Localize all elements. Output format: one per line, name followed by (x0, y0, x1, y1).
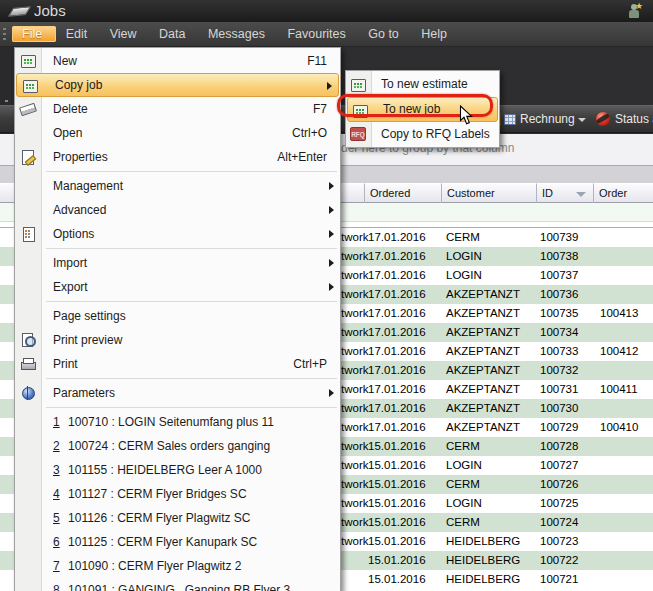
status-change-label: Status änd (615, 112, 653, 126)
submenu-arrow-icon (329, 206, 334, 214)
column-header-customer-keyword[interactable]: Customer keyword (442, 183, 537, 203)
menu-item[interactable]: 6 101125 : CERM Flyer Kanupark SC (15, 530, 340, 554)
menu-item[interactable]: New F11 (15, 49, 340, 73)
menu-item-label: Import (53, 256, 87, 270)
cell-customer-keyword: CERM (446, 228, 480, 247)
column-header-order-customer[interactable]: Order custo (594, 183, 653, 203)
recent-item-number: 8 (53, 583, 60, 591)
submenu-item-label: Copy to RFQ Labels (381, 127, 490, 141)
menu-item[interactable]: Export (15, 275, 340, 299)
menubar-item[interactable]: Edit (57, 27, 100, 41)
rechnung-button[interactable]: Rechnung (504, 106, 575, 132)
cell-id: 100739 (540, 228, 578, 247)
menubar-item-label: File (22, 27, 42, 41)
menubar-item[interactable]: Go to (359, 27, 411, 41)
menu-item[interactable]: 3 101155 : HEIDELBERG Leer A 1000 (15, 458, 340, 482)
cell-status: twork (341, 228, 368, 247)
menu-item[interactable]: Advanced (15, 198, 340, 222)
menubar-item[interactable]: Data (150, 27, 198, 41)
cell-customer-keyword: HEIDELBERG (446, 570, 520, 589)
window-title: Jobs (34, 0, 66, 22)
cell-ordered: 17.01.2016 (368, 228, 426, 247)
cell-ordered: 17.01.2016 (368, 323, 426, 342)
menu-item-label: Parameters (53, 386, 115, 400)
menubar-item-label: Favourites (287, 27, 345, 41)
cell-ordered: 15.01.2016 (368, 551, 426, 570)
cell-ordered: 17.01.2016 (368, 399, 426, 418)
menu-item-label: Page settings (53, 309, 126, 323)
cell-order-customer: 100411 (600, 380, 638, 399)
cell-status: twork (341, 456, 368, 475)
cell-customer-keyword: LOGIN (446, 494, 482, 513)
cell-id: 100734 (540, 323, 578, 342)
cell-id: 100737 (540, 266, 578, 285)
menu-item-label: 100724 : CERM Sales orders ganging (68, 439, 270, 453)
cell-id: 100735 (540, 304, 578, 323)
cell-id: 100738 (540, 247, 578, 266)
assistant-button[interactable]: ★ (623, 1, 647, 21)
cell-id: 100736 (540, 285, 578, 304)
menu-item-label: 101127 : CERM Flyer Bridges SC (68, 487, 247, 501)
column-header-id[interactable]: ID (537, 183, 594, 203)
cell-customer-keyword: LOGIN (446, 247, 482, 266)
cell-customer-keyword: LOGIN (446, 456, 482, 475)
cell-status: twork (341, 513, 368, 532)
cell-ordered: 17.01.2016 (368, 361, 426, 380)
menu-item-label: Print preview (53, 333, 122, 347)
rfq-icon: RFQ (350, 127, 366, 141)
cell-status: twork (341, 361, 368, 380)
column-header-ordered[interactable]: Ordered (365, 183, 442, 203)
menu-item-shortcut: Alt+Enter (277, 145, 327, 169)
menu-item[interactable]: Parameters (15, 381, 340, 405)
mouse-cursor-icon (459, 105, 475, 126)
cell-id: 100728 (540, 437, 578, 456)
menu-item-label: Options (53, 227, 94, 241)
menu-item[interactable]: Delete F7 (15, 97, 340, 121)
menu-item[interactable]: Print preview (15, 328, 340, 352)
menubar-item[interactable]: Favourites (278, 27, 358, 41)
menu-item[interactable]: Import (15, 251, 340, 275)
eraser-icon (20, 101, 36, 117)
menu-item[interactable]: 5 101126 : CERM Flyer Plagwitz SC (15, 506, 340, 530)
menubar-item[interactable]: View (101, 27, 149, 41)
menu-bar: File Edit View Data Messages (0, 22, 653, 47)
cell-ordered: 15.01.2016 (368, 475, 426, 494)
menu-item[interactable]: 1 100710 : LOGIN Seitenumfang plus 11 (15, 410, 340, 434)
menu-item[interactable]: 2 100724 : CERM Sales orders ganging (15, 434, 340, 458)
menu-item-label: 101125 : CERM Flyer Kanupark SC (68, 535, 257, 549)
menu-item[interactable]: Page settings (15, 304, 340, 328)
menu-item[interactable]: Options (15, 222, 340, 246)
recent-item-number: 6 (53, 535, 60, 549)
submenu-item[interactable]: RFQ Copy to RFQ Labels (346, 122, 499, 147)
submenu-arrow-icon (329, 389, 334, 397)
status-change-icon (596, 112, 610, 126)
menu-item[interactable]: Management (15, 174, 340, 198)
menubar-item[interactable]: Messages (199, 27, 277, 41)
menu-item[interactable]: 7 101090 : CERM Flyer Plagwitz 2 (15, 554, 340, 578)
recent-item-number: 7 (53, 559, 60, 573)
menu-item[interactable]: Print Ctrl+P (15, 352, 340, 376)
menu-item[interactable]: 8 101091 : GANGING _Ganging RB Flyer 3 (15, 578, 340, 591)
recent-item-number: 1 (53, 415, 60, 429)
recent-item-number: 3 (53, 463, 60, 477)
menubar-item[interactable]: Help (412, 27, 456, 41)
status-change-button[interactable]: Status änd (596, 106, 653, 132)
submenu-arrow-icon (329, 182, 334, 190)
cell-ordered: 15.01.2016 (368, 570, 426, 589)
cell-ordered: 17.01.2016 (368, 285, 426, 304)
menu-item[interactable]: Copy job (16, 73, 339, 97)
submenu-arrow-icon (327, 82, 332, 90)
cell-ordered: 17.01.2016 (368, 266, 426, 285)
menu-item-label: 101126 : CERM Flyer Plagwitz SC (68, 511, 251, 525)
menubar-item[interactable]: File (12, 26, 56, 42)
cell-customer-keyword: AKZEPTANZT (446, 399, 520, 418)
menu-item-label: Print (53, 357, 78, 371)
menu-item[interactable]: Properties Alt+Enter (15, 145, 340, 169)
menu-item[interactable]: 4 101127 : CERM Flyer Bridges SC (15, 482, 340, 506)
cell-id: 100732 (540, 361, 578, 380)
menu-item-label: New (53, 54, 77, 68)
cell-ordered: 15.01.2016 (368, 513, 426, 532)
menu-item[interactable]: Open Ctrl+O (15, 121, 340, 145)
cell-status: twork (341, 399, 368, 418)
cell-status: twork (341, 323, 368, 342)
